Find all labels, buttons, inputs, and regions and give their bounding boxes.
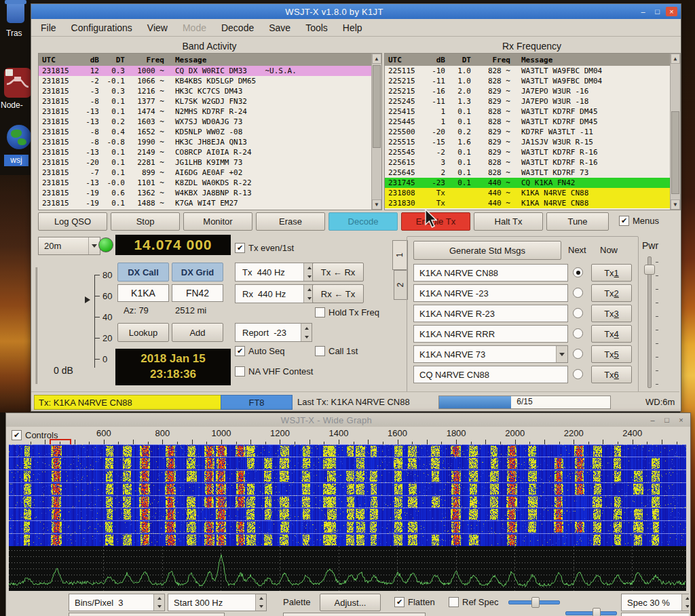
hold-tx-freq-checkbox[interactable]: Hold Tx Freq: [315, 307, 379, 317]
next-radio-4[interactable]: [573, 328, 583, 339]
tx-message-field-2[interactable]: K1KA N4RVE -23: [413, 284, 568, 302]
tx-freq-spinner[interactable]: Tx 440 Hz: [235, 263, 315, 282]
na-vhf-checkbox-box[interactable]: [235, 366, 245, 377]
decode-row[interactable]: 225545-20.1829 ~WA3TLT KD7RF R-16: [385, 147, 670, 157]
tx2-button[interactable]: Tx 2: [591, 284, 632, 302]
tx-from-rx-button[interactable]: Tx ← Rx: [312, 263, 364, 282]
decode-row[interactable]: 231815-30.31216 ~HK3C KC7CS DM43: [39, 86, 371, 96]
ref-spec-checkbox[interactable]: Ref Spec: [449, 597, 498, 607]
scrollbar-thumb[interactable]: [373, 65, 381, 148]
start-hz-arrows-icon[interactable]: [255, 594, 266, 611]
na-vhf-checkbox[interactable]: NA VHF Contest: [235, 366, 313, 377]
decode-row[interactable]: 231815-200.12281 ~JG1LHB K9IMM 73: [39, 157, 371, 168]
main-titlebar[interactable]: WSJT-X v1.8.0 by K1JT – □ ×: [31, 4, 681, 19]
menu-mode[interactable]: Mode: [183, 22, 206, 33]
trash-icon-label[interactable]: Tras: [6, 28, 22, 38]
call-1st-checkbox-box[interactable]: [315, 346, 325, 356]
gain-slider[interactable]: [508, 596, 560, 607]
add-button[interactable]: Add: [172, 323, 223, 342]
decode-row[interactable]: 231815-130.12149 ~CO8RCP AI0IA R-24: [39, 147, 371, 157]
erase-button[interactable]: Erase: [256, 212, 325, 231]
adjust-button[interactable]: Adjust...: [320, 594, 381, 611]
auto-seq-checkbox-box[interactable]: ✔: [235, 346, 245, 356]
bins-pixel-arrows-icon[interactable]: [153, 594, 164, 611]
decode-row[interactable]: 231815-190.61362 ~W4KBX JA8BNP R-13: [39, 188, 371, 198]
wg-minimize-button[interactable]: –: [647, 415, 658, 425]
decode-row[interactable]: 225515-151.6829 ~JA1SJV W3UR R-15: [385, 137, 670, 147]
zero-slider-handle[interactable]: [593, 608, 601, 616]
start-hz-spinner[interactable]: Start 300 Hz: [168, 594, 267, 611]
wide-graph-titlebar[interactable]: WSJT-X - Wide Graph – □ ×: [6, 413, 690, 427]
decode-row[interactable]: 231830Tx440 ~K1KA N4RVE CN88: [385, 198, 670, 208]
wg-close-button[interactable]: ×: [675, 415, 687, 425]
tx-message-field-3[interactable]: K1KA N4RVE R-23: [413, 305, 568, 322]
gain-slider-handle[interactable]: [531, 597, 540, 608]
tx-message-field-6[interactable]: CQ N4RVE CN88: [413, 366, 568, 383]
decode-row[interactable]: 225500-200.2829 ~KD7RF WA3TLT -11: [385, 127, 670, 137]
tx-even-checkbox[interactable]: ✔ Tx even/1st: [235, 243, 294, 253]
navg-control-cutoff[interactable]: [69, 613, 225, 616]
node-red-icon[interactable]: [4, 68, 31, 98]
scroll-down-icon[interactable]: ▼: [671, 199, 680, 210]
trash-icon[interactable]: [7, 3, 24, 23]
decode-row[interactable]: 231808Tx440 ~K1KA N4RVE CN88: [385, 188, 670, 198]
tx1-button[interactable]: Tx 1: [591, 264, 632, 282]
decode-row[interactable]: 22541510.1828 ~WA3TLT KD7RF DM45: [385, 107, 670, 117]
cumulative-select-cutoff[interactable]: Cumulative: [283, 613, 426, 616]
pwr-slider-track[interactable]: [647, 256, 652, 388]
menus-checkbox[interactable]: ✔ Menus: [619, 216, 659, 226]
stop-button[interactable]: Stop: [111, 212, 180, 231]
report-spinner-arrows-icon[interactable]: [301, 324, 312, 341]
rx-frequency-table[interactable]: UTCdBDTFreqMessage225115-101.0828 ~WA3TL…: [384, 53, 681, 210]
wsjt-icon-label[interactable]: wsj: [4, 155, 29, 166]
menu-decode[interactable]: Decode: [221, 22, 254, 33]
minimize-button[interactable]: –: [637, 7, 649, 16]
scroll-up-icon[interactable]: ▲: [671, 54, 680, 64]
scrollbar-thumb[interactable]: [671, 111, 679, 194]
dx-grid-field[interactable]: FN42: [172, 284, 223, 302]
tx-message-field-5[interactable]: K1KA N4RVE 73: [413, 345, 568, 363]
rx-freq-spinner[interactable]: Rx 440 Hz: [235, 284, 315, 303]
scroll-up-icon[interactable]: ▲: [372, 54, 381, 64]
decode-row[interactable]: 231815-130.21603 ~WX7SJ WD0AJG 73: [39, 117, 371, 127]
menu-help[interactable]: Help: [343, 22, 362, 33]
next-radio-1[interactable]: [573, 267, 583, 277]
lookup-button[interactable]: Lookup: [117, 323, 169, 342]
flatten-checkbox[interactable]: ✔ Flatten: [394, 597, 435, 607]
report-spinner[interactable]: Report -23: [235, 323, 312, 342]
decode-row[interactable]: 231815-80.41652 ~KD5NLP WW0Z -08: [39, 127, 371, 137]
decode-row[interactable]: 231745-230.1440 ~CQ K1KA FN42: [385, 178, 670, 188]
tx-message-field-4[interactable]: K1KA N4RVE RRR: [413, 325, 568, 343]
flatten-checkbox-box[interactable]: ✔: [394, 597, 405, 607]
enable-tx-button[interactable]: Enable Tx: [401, 212, 470, 231]
zero-slider[interactable]: [565, 607, 617, 616]
maximize-button[interactable]: □: [652, 7, 663, 16]
decode-row[interactable]: 22564520.1828 ~WA3TLT KD7RF 73: [385, 168, 670, 178]
spec-percent-spinner[interactable]: Spec 30 %: [621, 594, 689, 611]
log-qso-button[interactable]: Log QSO: [38, 212, 107, 231]
pwr-slider-handle[interactable]: [644, 265, 655, 275]
tx3-button[interactable]: Tx 3: [591, 305, 632, 322]
rx-from-tx-button[interactable]: Rx ← Tx: [312, 284, 364, 303]
tx5-button[interactable]: Tx 5: [591, 345, 632, 363]
node-red-icon-label[interactable]: Node-: [1, 100, 23, 110]
menu-configurations[interactable]: Configurations: [71, 22, 132, 33]
decode-row[interactable]: 225215-111.0828 ~WA3TLT WA9FBC DM04: [385, 76, 670, 86]
decode-row[interactable]: 225115-101.0828 ~WA3TLT WA9FBC DM04: [385, 66, 670, 76]
tune-button[interactable]: Tune: [546, 212, 609, 231]
decode-row[interactable]: 231815-8-0.81990 ~HK3C JH8EJA QN13: [39, 137, 371, 147]
wg-maximize-button[interactable]: □: [661, 415, 673, 425]
menu-tools[interactable]: Tools: [305, 22, 328, 33]
scrollbar[interactable]: ▲▼: [670, 54, 680, 210]
decode-button[interactable]: Decode: [328, 212, 398, 231]
scroll-down-icon[interactable]: ▼: [372, 199, 381, 210]
next-radio-3[interactable]: [573, 308, 583, 318]
tx6-button[interactable]: Tx 6: [591, 366, 632, 383]
dx-call-field[interactable]: K1KA: [117, 284, 169, 302]
menus-checkbox-box[interactable]: ✔: [619, 216, 629, 226]
band-activity-table[interactable]: UTCdBDTFreqMessage231815120.31000 ~CQ DX…: [38, 53, 382, 210]
decode-row[interactable]: 22544510.1828 ~WA3TLT KD7RF DM45: [385, 117, 670, 127]
halt-tx-button[interactable]: Halt Tx: [474, 212, 543, 231]
decode-row[interactable]: 231815-130.11474 ~N2MHS KD7RF R-24: [39, 107, 371, 117]
next-radio-6[interactable]: [573, 369, 583, 379]
